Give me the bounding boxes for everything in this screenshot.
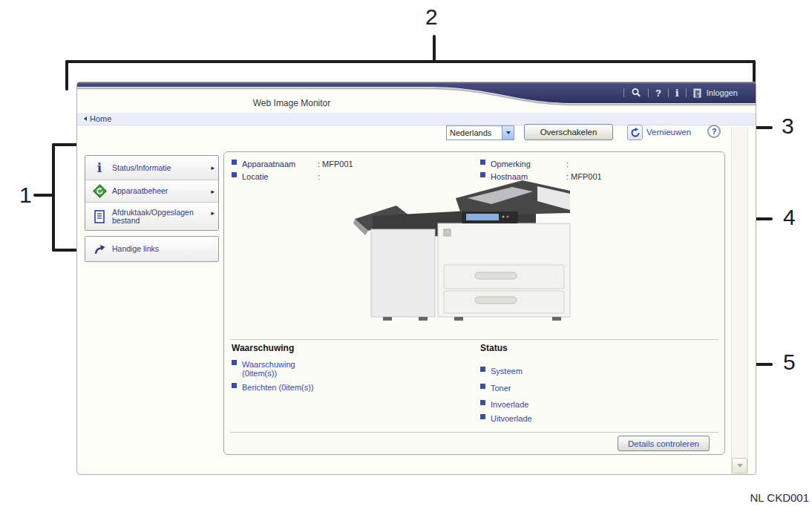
field-label: Apparaatnaam xyxy=(242,160,295,168)
page-help-button[interactable]: ? xyxy=(707,125,721,138)
bullet-icon xyxy=(232,360,237,365)
separator xyxy=(686,88,687,97)
alert-row-berichten: Berichten (0item(s)) xyxy=(232,383,314,392)
info-icon: i xyxy=(91,160,108,175)
app-title: Web Image Monitor xyxy=(217,98,366,108)
status-row-uitvoerlade: Uitvoerlade Status OK xyxy=(480,414,718,423)
callout-1-label: 1 xyxy=(19,183,32,208)
alert-row-waarschuwing: Waarschuwing (0item(s)) xyxy=(232,360,325,378)
status-toner-link[interactable]: Toner xyxy=(491,384,511,393)
search-icon[interactable] xyxy=(631,88,641,98)
language-select[interactable]: Nederlands xyxy=(446,125,514,140)
divider xyxy=(230,432,718,433)
sidebar-item-label: Apparaatbeheer xyxy=(112,187,207,195)
field-label: Locatie xyxy=(242,172,268,181)
help-icon[interactable]: ? xyxy=(655,88,661,98)
home-status-panel: Apparaatnaam : MFP001 Locatie : Opmerkin… xyxy=(223,151,725,455)
callout-3-label: 3 xyxy=(782,114,794,139)
chevron-down-icon xyxy=(737,464,743,468)
field-label: Opmerking xyxy=(491,160,531,168)
dropdown-arrow-icon[interactable] xyxy=(502,126,514,140)
callout-2-stem xyxy=(433,35,436,62)
status-heading: Status xyxy=(480,343,508,353)
login-door-icon[interactable] xyxy=(693,88,701,98)
alerts-link[interactable]: Waarschuwing (0item(s)) xyxy=(242,360,325,378)
status-row-systeem: Systeem Status OK xyxy=(480,367,718,376)
callout-1-bracket xyxy=(52,143,55,252)
bullet-icon xyxy=(232,172,237,177)
bullet-icon xyxy=(480,414,485,419)
chevron-right-icon: ▸ xyxy=(211,188,215,195)
printer-image xyxy=(350,177,595,326)
bullet-icon xyxy=(480,384,485,389)
status-output-tray-link[interactable]: Uitvoerlade xyxy=(491,414,532,423)
sidebar-item-apparaatbeheer[interactable]: Apparaatbeheer ▸ xyxy=(85,180,218,202)
scroll-down-button[interactable] xyxy=(732,458,747,473)
device-field-apparaatnaam: Apparaatnaam : MFP001 xyxy=(232,160,469,168)
sidebar-item-label: Handige links xyxy=(112,245,207,253)
scrollbar-track[interactable] xyxy=(731,127,748,474)
status-input-tray-link[interactable]: Invoerlade xyxy=(491,400,528,409)
figure-code: NL CKD001 xyxy=(739,491,809,504)
bullet-icon xyxy=(232,160,237,165)
callout-2-left-drop xyxy=(65,60,68,91)
sidebar-item-status-informatie[interactable]: i Status/Informatie ▸ xyxy=(85,156,218,180)
callout-1-bottom-tick xyxy=(52,249,77,252)
check-details-button[interactable]: Details controleren xyxy=(618,436,710,451)
callout-1-top-tick xyxy=(52,143,77,146)
breadcrumb-bar: Home xyxy=(77,113,756,125)
device-manager-icon xyxy=(91,184,108,198)
divider xyxy=(230,339,718,340)
chevron-right-icon: ▸ xyxy=(211,209,215,217)
browser-window: Web Image Monitor ? i Inloggen Home xyxy=(76,82,756,475)
refresh-link[interactable]: Vernieuwen xyxy=(646,128,691,137)
field-value: : xyxy=(566,160,569,168)
bullet-icon xyxy=(232,383,237,388)
callout-5-label: 5 xyxy=(783,350,796,375)
bullet-icon xyxy=(480,400,485,405)
separator xyxy=(623,88,624,97)
login-link[interactable]: Inloggen xyxy=(707,88,738,97)
callout-2-label: 2 xyxy=(425,4,438,30)
refresh-button[interactable] xyxy=(627,125,643,140)
sidebar-menu: i Status/Informatie ▸ Apparaatbeheer ▸ xyxy=(85,155,219,262)
back-triangle-icon xyxy=(84,117,87,121)
switch-language-button[interactable]: Overschakelen xyxy=(524,124,613,140)
sidebar-item-handige-links[interactable]: Handige links xyxy=(85,237,218,261)
field-value: : xyxy=(318,172,320,181)
breadcrumb-home-link[interactable]: Home xyxy=(90,114,111,123)
callout-4-label: 4 xyxy=(783,205,796,230)
info-icon[interactable]: i xyxy=(675,88,679,98)
useful-links-icon xyxy=(91,243,108,255)
device-field-opmerking: Opmerking : xyxy=(480,160,703,168)
sidebar-item-afdruktaak[interactable]: Afdruktaak/Opgeslagen bestand ▸ xyxy=(85,202,218,230)
messages-link[interactable]: Berichten (0item(s)) xyxy=(242,383,314,392)
separator xyxy=(648,88,649,97)
sidebar-item-label: Status/Informatie xyxy=(112,164,207,172)
status-row-toner: Toner Status OK xyxy=(480,384,718,393)
figure-canvas: 2 1 3 4 5 NL CKD001 Web Image Monitor xyxy=(0,0,812,518)
language-select-value: Nederlands xyxy=(447,128,502,137)
alerts-heading: Waarschuwing xyxy=(232,343,294,353)
header-icon-strip: ? i Inloggen xyxy=(617,82,738,103)
status-row-invoerlade: Invoerlade Papier is op xyxy=(480,400,718,409)
bullet-icon xyxy=(480,160,485,165)
callout-2-bracket xyxy=(65,60,756,63)
field-value: : MFP001 xyxy=(318,160,353,168)
bullet-icon xyxy=(480,172,485,177)
bullet-icon xyxy=(480,367,485,372)
sidebar-item-label: Afdruktaak/Opgeslagen bestand xyxy=(112,209,207,225)
chevron-right-icon: ▸ xyxy=(211,164,215,171)
status-system-link[interactable]: Systeem xyxy=(491,367,523,376)
separator xyxy=(668,88,669,97)
refresh-icon xyxy=(630,128,641,138)
print-job-icon xyxy=(91,210,108,223)
